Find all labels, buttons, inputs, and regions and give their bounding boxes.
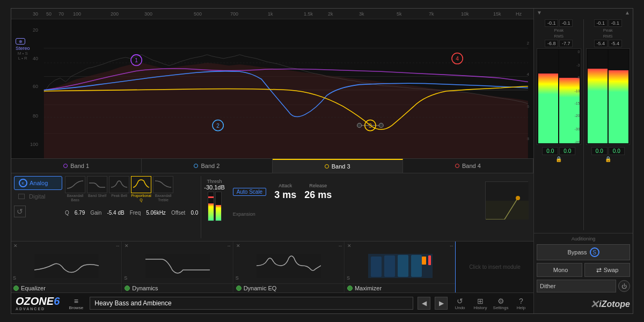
bypass-button[interactable]: Bypass S xyxy=(537,244,630,260)
filter-baxandall-treble[interactable]: Baxandall Treble xyxy=(153,176,173,202)
dither-row: Dither ⏻ xyxy=(537,280,630,292)
settings-label: Settings xyxy=(493,305,509,310)
module-maximizer-dots[interactable]: -- xyxy=(450,243,453,248)
release-param: Release 26 ms xyxy=(304,183,332,201)
band-tab-3[interactable]: Band 3 xyxy=(273,159,403,173)
module-maximizer-s-icon[interactable]: S xyxy=(347,275,350,281)
gain-value[interactable]: -5.4 dB xyxy=(107,210,124,216)
module-maximizer-close[interactable]: ✕ xyxy=(347,243,352,248)
module-dynamic-eq-dots[interactable]: -- xyxy=(339,243,342,248)
prev-preset-button[interactable]: ◀ xyxy=(418,297,430,310)
freq-1_5k: 1.5k xyxy=(304,11,313,17)
module-dynamic-eq-s-icon[interactable]: S xyxy=(236,275,239,281)
module-dynamic-eq[interactable]: ✕ -- S Dynamic EQ xyxy=(234,241,345,293)
module-equalizer[interactable]: ✕ -- S Equalizer xyxy=(11,241,122,293)
filter-btn-bass[interactable] xyxy=(65,176,85,193)
arrow-down-btn[interactable]: ▼ xyxy=(537,10,542,16)
meter-section: -0.1 -0.1 Peak RMS -6.8 -7.7 xyxy=(534,17,633,233)
filter-baxandall-bass[interactable]: Baxandall Bass xyxy=(65,176,85,202)
stereo-lr: L • R xyxy=(16,56,30,61)
svg-rect-28 xyxy=(411,255,422,277)
module-dynamics[interactable]: ✕ -- S Dynamics xyxy=(122,241,233,293)
dither-button[interactable]: Dither xyxy=(537,280,616,292)
stereo-icon: ⊕ xyxy=(16,38,25,45)
filter-band-shelf[interactable]: Band Shelf xyxy=(87,176,107,202)
meter-right-bottom: 0.0 0.0 xyxy=(586,147,631,155)
band2-power[interactable] xyxy=(194,164,198,168)
stereo-ms: M • S xyxy=(16,51,30,56)
lock-icon-right[interactable]: 🔒 xyxy=(586,156,631,162)
module-dynamics-dots[interactable]: -- xyxy=(228,243,231,248)
filter-btn-peak[interactable] xyxy=(109,176,129,193)
module-eq-s-icon[interactable]: S xyxy=(13,275,16,281)
filter-btn-proportional[interactable] xyxy=(131,176,151,193)
settings-button[interactable]: ⚙ Settings xyxy=(493,297,509,310)
swap-button[interactable]: ⇄ Swap xyxy=(584,263,630,277)
band-tab-2[interactable]: Band 2 xyxy=(142,159,272,173)
undo-button[interactable]: ↺ Undo xyxy=(452,297,468,310)
undo-label: Undo xyxy=(455,305,465,310)
q-value[interactable]: 6.79 xyxy=(75,210,85,216)
dither-label: Dither xyxy=(540,283,555,289)
bypass-label: Bypass xyxy=(567,249,587,255)
filter-peak-bell[interactable]: Peak Bell xyxy=(109,176,129,202)
arrow-up-btn[interactable]: ▲ xyxy=(625,10,630,16)
thresh-meters xyxy=(208,192,222,221)
module-dynamic-eq-close[interactable]: ✕ xyxy=(236,243,240,248)
insert-module-slot[interactable]: Click to insert module xyxy=(456,241,533,293)
module-dynamics-name: Dynamics xyxy=(132,285,158,291)
freq-value[interactable]: 5.06kHz xyxy=(146,210,166,216)
module-dynamics-s-icon[interactable]: S xyxy=(124,275,127,281)
band3-power[interactable] xyxy=(325,164,329,169)
module-maximizer-footer: Maximizer xyxy=(345,283,455,292)
mono-button[interactable]: Mono xyxy=(537,263,582,277)
band-tab-4[interactable]: Band 4 xyxy=(403,159,533,173)
offset-value[interactable]: 0.0 xyxy=(191,210,198,216)
browse-button[interactable]: ≡ Browse xyxy=(67,297,85,310)
lock-icon-left[interactable]: 🔒 xyxy=(537,156,581,162)
filter-proportional-q[interactable]: Proportional Q xyxy=(131,176,151,202)
meter-right-peak-label: Peak xyxy=(586,28,631,33)
freq-3k: 3k xyxy=(359,11,364,17)
module-equalizer-dots[interactable]: -- xyxy=(116,243,119,248)
undo-icon: ↺ xyxy=(457,297,463,305)
auto-scale-btn[interactable]: Auto Scale xyxy=(233,188,266,196)
meter-left-rms-l: -6.8 xyxy=(545,40,558,47)
preset-name-input[interactable] xyxy=(90,297,413,310)
filter-btn-treble[interactable] xyxy=(153,176,173,193)
undo-eq-button[interactable]: ↺ xyxy=(14,206,26,217)
module-maximizer[interactable]: ✕ -- S Maximizer xyxy=(345,241,456,293)
band1-power[interactable] xyxy=(63,164,68,168)
stereo-label[interactable]: ⊕ Stereo M • S L • R xyxy=(16,38,30,61)
scale-3: -3 xyxy=(576,63,580,67)
mono-label: Mono xyxy=(553,267,568,273)
history-button[interactable]: ⊞ History xyxy=(472,297,488,310)
filter-btn-shelf[interactable] xyxy=(87,176,107,193)
stereo-mode: Stereo xyxy=(16,46,30,51)
module-dynamics-preview xyxy=(122,248,232,284)
module-maximizer-power[interactable] xyxy=(347,286,353,291)
freq-300: 300 xyxy=(144,11,152,17)
attack-value[interactable]: 3 ms xyxy=(274,189,296,201)
release-value[interactable]: 26 ms xyxy=(304,189,332,201)
module-dynamic-eq-power[interactable] xyxy=(236,286,241,291)
dither-power-button[interactable]: ⏻ xyxy=(618,280,630,292)
next-preset-button[interactable]: ▶ xyxy=(435,297,448,310)
module-eq-power[interactable] xyxy=(13,286,19,291)
analog-button[interactable]: K Analog xyxy=(14,176,62,190)
band-tab-1[interactable]: Band 1 xyxy=(11,159,142,173)
attack-label: Attack xyxy=(279,183,292,188)
db-right-4: 4 xyxy=(527,72,529,77)
thresh-value[interactable]: -30.1dB xyxy=(204,184,225,191)
module-dynamics-close[interactable]: ✕ xyxy=(125,243,129,248)
meter-separator xyxy=(583,19,584,230)
freq-500: 500 xyxy=(194,11,202,17)
module-dynamics-power[interactable] xyxy=(125,286,130,291)
module-equalizer-close[interactable]: ✕ xyxy=(13,243,18,248)
band4-power[interactable] xyxy=(455,164,459,168)
scale-6: -6 xyxy=(576,76,580,79)
expansion-graph xyxy=(485,181,528,219)
digital-button[interactable]: Digital xyxy=(14,192,62,201)
help-button[interactable]: ? Help xyxy=(513,297,529,310)
svg-text:2: 2 xyxy=(216,123,219,129)
